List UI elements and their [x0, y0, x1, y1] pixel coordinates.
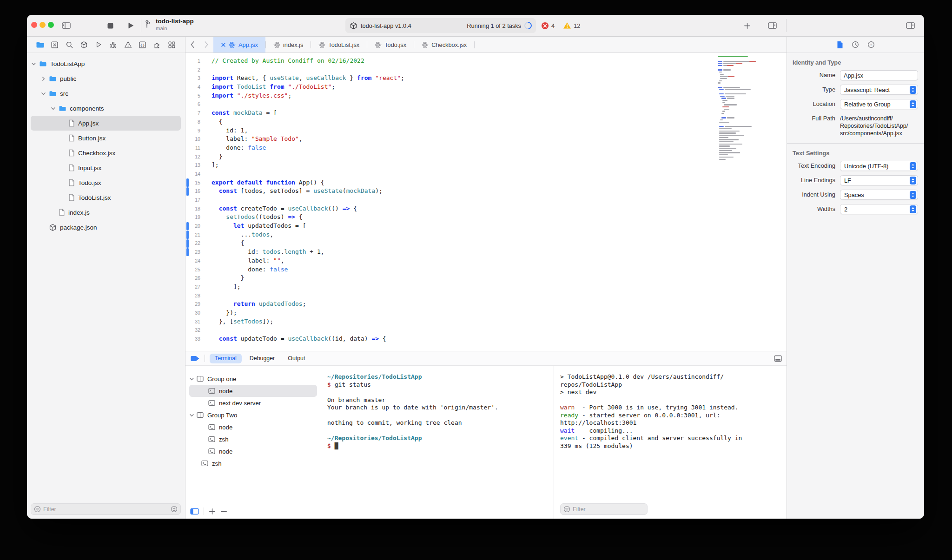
- code-line-13: 13];: [185, 161, 717, 170]
- panel-tag-icon[interactable]: [190, 355, 200, 362]
- folder-sm-icon: [59, 105, 66, 112]
- split-editor-toolbar-button[interactable]: [765, 15, 779, 36]
- line-endings-select[interactable]: LF: [840, 175, 918, 185]
- select-value: Relative to Group: [844, 101, 891, 108]
- tree-item-todolist.jsx[interactable]: TodoList.jsx: [31, 190, 181, 205]
- remove-terminal-button[interactable]: [220, 508, 227, 515]
- close-x-icon[interactable]: [221, 42, 226, 47]
- navigator-warning-button[interactable]: [122, 39, 133, 50]
- select-value: 2: [844, 206, 847, 213]
- stepper-icon: [910, 86, 916, 94]
- navigator-braces-button[interactable]: {}: [137, 39, 148, 50]
- navigator-cube-button[interactable]: [79, 39, 90, 50]
- toggle-navigator-button[interactable]: [60, 15, 72, 36]
- navigator-box-x-button[interactable]: [49, 39, 60, 50]
- widths-select[interactable]: 2: [840, 204, 918, 214]
- tree-item-index.js[interactable]: index.js: [31, 205, 181, 220]
- session-node[interactable]: node: [189, 421, 317, 433]
- inspector-row-control: Relative to Group: [840, 99, 918, 109]
- session-rows: Group onenodenext dev serverGroup Twonod…: [185, 366, 321, 469]
- code-text: const updateTodo = useCallback((id, data…: [212, 335, 386, 343]
- location-select[interactable]: Relative to Group: [840, 99, 918, 109]
- chevron-down-icon[interactable]: [41, 91, 49, 96]
- tree-item-todolistapp[interactable]: TodoListApp: [31, 56, 181, 71]
- tab-app.jsx[interactable]: App.jsx: [213, 37, 265, 53]
- history-back-button[interactable]: [185, 37, 199, 53]
- chevron-right-icon[interactable]: [41, 76, 49, 81]
- tree-item-label: Button.jsx: [78, 135, 106, 142]
- tree-item-public[interactable]: public: [31, 71, 181, 86]
- file-inspector-tab[interactable]: [837, 41, 843, 49]
- svg-text:?: ?: [870, 43, 872, 47]
- tab-checkbox.jsx[interactable]: Checkbox.jsx: [414, 37, 474, 53]
- navigator-bug-button[interactable]: [108, 39, 119, 50]
- tab-todo.jsx[interactable]: Todo.jsx: [367, 37, 414, 53]
- tree-item-src[interactable]: src: [31, 86, 181, 101]
- tree-item-input.jsx[interactable]: Input.jsx: [31, 160, 181, 175]
- navigator-grid-button[interactable]: [166, 39, 178, 50]
- type-select[interactable]: Javascript: React: [840, 85, 918, 95]
- navigator-search-button[interactable]: [64, 39, 75, 50]
- navigator-play-button[interactable]: [93, 39, 104, 50]
- error-badge-icon: [541, 22, 549, 30]
- window-close-button[interactable]: [31, 22, 37, 28]
- add-terminal-button[interactable]: [209, 508, 216, 515]
- name-field[interactable]: [840, 70, 918, 80]
- toggle-session-sidebar-button[interactable]: [190, 508, 199, 515]
- window-minimize-button[interactable]: [40, 22, 46, 28]
- chevron-down-icon[interactable]: [190, 376, 197, 382]
- indent-using-select[interactable]: Spaces: [840, 190, 918, 200]
- run-button[interactable]: [125, 15, 137, 36]
- code-editor[interactable]: 1// Created by Austin Condiff on 02/16/2…: [185, 53, 787, 351]
- chevron-down-icon[interactable]: [32, 61, 39, 66]
- text-encoding-select[interactable]: Unicode (UTF-8): [840, 161, 918, 171]
- panel-tab-output[interactable]: Output: [283, 354, 310, 363]
- activity-viewer[interactable]: todo-list-app v1.0.4 Running 1 of 2 task…: [345, 18, 536, 33]
- navigator-puzzle-button[interactable]: [152, 39, 163, 50]
- line-number: 6: [185, 100, 200, 109]
- panel-tab-debugger[interactable]: Debugger: [245, 354, 280, 363]
- tree-item-components[interactable]: components: [31, 101, 181, 116]
- session-zsh[interactable]: zsh: [189, 457, 317, 469]
- terminal-filter-field[interactable]: [560, 503, 648, 515]
- chevron-down-icon[interactable]: [190, 413, 197, 418]
- tree-item-label: public: [60, 75, 76, 82]
- tree-item-button.jsx[interactable]: Button.jsx: [31, 131, 181, 145]
- project-title: todo-list-app main: [145, 18, 194, 31]
- chevron-down-icon[interactable]: [51, 106, 59, 111]
- tree-item-app.jsx[interactable]: App.jsx: [31, 116, 181, 131]
- history-forward-button[interactable]: [199, 37, 213, 53]
- minimap[interactable]: [718, 56, 767, 160]
- session-node[interactable]: node: [189, 445, 317, 457]
- session-node[interactable]: node: [189, 385, 317, 397]
- tree-item-package.json[interactable]: package.json: [31, 220, 181, 235]
- inspector-row-control: Javascript: React: [840, 85, 918, 95]
- terminal-pane-dev[interactable]: > TodoListApp@0.1.0 dev /Users/austincon…: [554, 366, 787, 519]
- terminal-filter-input[interactable]: [573, 506, 644, 513]
- session-next-dev-server[interactable]: next dev server: [189, 397, 317, 409]
- stop-button[interactable]: [104, 15, 116, 36]
- terminal-session-list: Group onenodenext dev serverGroup Twonod…: [185, 366, 321, 519]
- session-zsh[interactable]: zsh: [189, 433, 317, 445]
- tree-item-todo.jsx[interactable]: Todo.jsx: [31, 175, 181, 190]
- window-zoom-button[interactable]: [48, 22, 54, 28]
- add-filter-icon[interactable]: [171, 506, 178, 513]
- terminal-pane-git[interactable]: ~/Repositories/TodoListApp$ git status O…: [321, 366, 554, 519]
- tab-todolist.jsx[interactable]: TodoList.jsx: [311, 37, 367, 53]
- session-group-two[interactable]: Group Two: [189, 409, 317, 421]
- tree-item-checkbox.jsx[interactable]: Checkbox.jsx: [31, 145, 181, 160]
- toggle-inspector-button[interactable]: [903, 15, 917, 36]
- hide-panel-button[interactable]: [774, 355, 782, 362]
- line-number: 25: [185, 265, 200, 274]
- navigator-filter-input[interactable]: [43, 506, 168, 513]
- new-tab-button[interactable]: [741, 15, 753, 36]
- panel-tab-terminal[interactable]: Terminal: [210, 354, 242, 363]
- help-inspector-tab[interactable]: ?: [867, 41, 875, 48]
- navigator-filter-field[interactable]: [31, 503, 181, 515]
- history-inspector-tab[interactable]: [852, 41, 859, 48]
- navigator-folder-button[interactable]: [34, 39, 46, 50]
- issue-badges[interactable]: 4 12: [541, 15, 580, 36]
- tab-index.js[interactable]: index.js: [266, 37, 311, 53]
- session-group-one[interactable]: Group one: [189, 373, 317, 385]
- code-text: import React, { useState, useCallback } …: [212, 74, 404, 83]
